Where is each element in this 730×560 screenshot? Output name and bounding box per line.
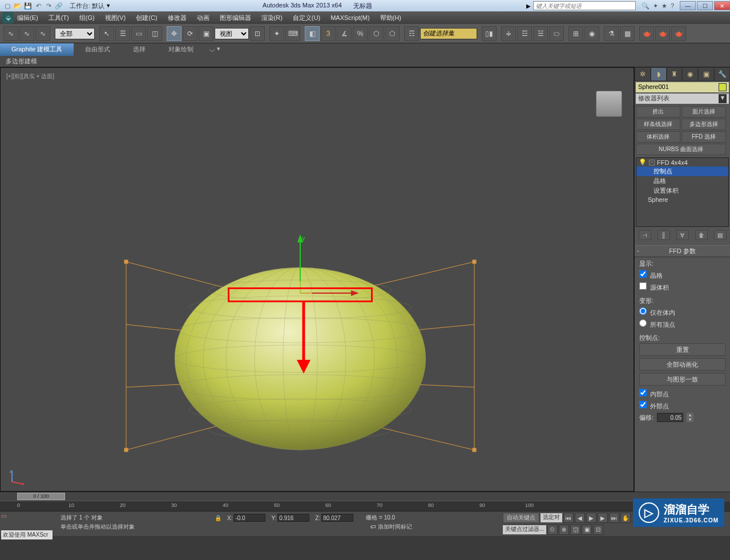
y-coord[interactable] xyxy=(277,514,309,522)
stack-control-points[interactable]: 控制点 xyxy=(636,167,728,176)
render-iter-icon[interactable]: 🫖 xyxy=(655,26,670,41)
nav-max-icon[interactable]: ◲ xyxy=(570,525,580,535)
rotate-icon[interactable]: ⟳ xyxy=(183,26,197,41)
menu-modifiers[interactable]: 修改器 xyxy=(168,14,187,22)
auto-key-button[interactable]: 自动关键点 xyxy=(503,513,539,523)
bind-tool-icon[interactable]: ∿ xyxy=(35,26,50,41)
add-time-tag[interactable]: 添加时间标记 xyxy=(378,524,412,530)
save-icon[interactable]: 💾 xyxy=(24,2,32,10)
play-icon[interactable]: ▶ xyxy=(586,513,596,523)
menu-graph[interactable]: 图形编辑器 xyxy=(220,14,251,22)
mod-btn-patchsel[interactable]: 面片选择 xyxy=(681,106,726,117)
close-button[interactable]: ✕ xyxy=(714,1,730,10)
ribbon-sub-poly[interactable]: 多边形建模 xyxy=(0,56,730,67)
snap-edge-icon[interactable]: ⬠ xyxy=(385,26,400,41)
time-tag-icon[interactable]: 🏷 xyxy=(370,524,376,530)
x-coord[interactable] xyxy=(233,514,265,522)
mod-btn-extrude[interactable]: 挤出 xyxy=(636,106,680,117)
configure-icon[interactable]: ▤ xyxy=(714,230,727,240)
key-icon[interactable]: ✦ xyxy=(653,2,658,10)
animate-all-button[interactable]: 全部动画化 xyxy=(639,358,725,371)
maxscript-mini-icon[interactable]: ▭ xyxy=(1,513,6,519)
spinner-arrows-icon[interactable]: ▲▼ xyxy=(687,413,693,422)
workspace-dd-icon[interactable]: ▼ xyxy=(106,3,111,9)
select-icon[interactable]: ↖ xyxy=(99,26,114,41)
object-name-field[interactable]: Sphere001 xyxy=(636,82,729,92)
lock-icon[interactable]: 🔒 xyxy=(215,515,221,521)
bulb-icon[interactable]: 💡 xyxy=(639,159,647,166)
render-setup-icon[interactable]: ⚗ xyxy=(604,26,619,41)
next-frame-icon[interactable]: ▶ xyxy=(598,513,608,523)
link-icon[interactable]: 🔗 xyxy=(55,2,63,10)
unlink-tool-icon[interactable]: ∿ xyxy=(19,26,34,41)
key-filter-dd[interactable]: 关键点过滤器... xyxy=(503,525,546,534)
nav-region-icon[interactable]: ▣ xyxy=(582,525,592,535)
modifier-list-dd[interactable]: 修改器列表 ▼ xyxy=(636,94,729,104)
time-slider-thumb[interactable]: 0 / 100 xyxy=(17,493,65,500)
z-coord[interactable] xyxy=(321,514,353,522)
modifier-stack[interactable]: 💡−FFD 4x4x4 控制点 晶格 设置体积 Sphere xyxy=(636,157,729,227)
selected-dd[interactable]: 选定对 xyxy=(541,513,562,522)
menu-maxscript[interactable]: MAXScript(M) xyxy=(330,14,369,21)
snap-spinner-icon[interactable]: ⬡ xyxy=(369,26,384,41)
manip-icon[interactable]: ✦ xyxy=(269,26,284,41)
cmd-tab-display-icon[interactable]: ▣ xyxy=(698,67,714,81)
expand-icon[interactable]: − xyxy=(649,160,655,165)
ribbon-tab-freeform[interactable]: 自由形式 xyxy=(74,43,122,56)
stack-lattice[interactable]: 晶格 xyxy=(636,176,728,186)
stack-sphere[interactable]: Sphere xyxy=(636,196,728,204)
inside-checkbox[interactable]: 内部点 xyxy=(639,389,725,399)
layers-icon[interactable]: ☲ xyxy=(517,26,532,41)
app-icon[interactable]: ⬙ xyxy=(2,12,14,23)
cmd-tab-utilities-icon[interactable]: 🔧 xyxy=(714,67,730,81)
rollout-ffd-params[interactable]: -FFD 参数 xyxy=(635,245,730,257)
time-config-icon[interactable]: ⏲ xyxy=(547,525,558,535)
reset-button[interactable]: 重置 xyxy=(639,343,725,356)
menu-edit[interactable]: 编辑(E) xyxy=(17,14,38,22)
time-slider[interactable]: 0 / 100 xyxy=(0,492,730,501)
remove-mod-icon[interactable]: 🗑 xyxy=(695,230,708,240)
track-bar[interactable]: 0 10 20 30 40 50 60 70 80 90 100 xyxy=(0,501,730,511)
star-icon[interactable]: ★ xyxy=(662,2,667,10)
ribbon-expand-icon[interactable]: ◡ ▾ xyxy=(205,43,225,56)
material-ed-icon[interactable]: ◉ xyxy=(584,26,599,41)
mod-btn-volsel[interactable]: 体积选择 xyxy=(636,131,680,143)
mod-btn-splinesel[interactable]: 样条线选择 xyxy=(636,119,680,130)
cmd-tab-create-icon[interactable]: ✲ xyxy=(635,67,651,81)
goto-end-icon[interactable]: ⏭ xyxy=(609,513,619,523)
nav-orbit-icon[interactable]: ⊕ xyxy=(559,525,569,535)
lattice-checkbox[interactable]: 晶格 xyxy=(639,270,725,280)
unique-icon[interactable]: ∀ xyxy=(676,230,689,240)
snap-3-icon[interactable]: 3 xyxy=(321,26,336,41)
menu-render[interactable]: 渲染(R) xyxy=(261,14,283,22)
menu-group[interactable]: 组(G) xyxy=(79,14,95,22)
snap-2d-icon[interactable]: ◧ xyxy=(305,26,320,41)
source-volume-checkbox[interactable]: 源体积 xyxy=(639,282,725,292)
link-tool-icon[interactable]: ∿ xyxy=(3,26,18,41)
cmd-tab-hierarchy-icon[interactable]: ♜ xyxy=(667,67,683,81)
minimize-button[interactable]: — xyxy=(680,1,696,10)
named-sel-icon[interactable]: ☶ xyxy=(404,26,419,41)
mirror-icon[interactable]: ▯▮ xyxy=(482,26,497,41)
pin-stack-icon[interactable]: ⊣ xyxy=(639,230,651,240)
outside-checkbox[interactable]: 外部点 xyxy=(639,401,725,411)
undo-icon[interactable]: ↶ xyxy=(34,2,42,10)
snap-angle-icon[interactable]: ∡ xyxy=(337,26,352,41)
ref-coord-dd[interactable]: 视图 xyxy=(215,28,249,39)
help-icon[interactable]: ? xyxy=(671,2,674,10)
render-prod-icon[interactable]: 🫖 xyxy=(639,26,654,41)
viewport-label[interactable]: [+][前][真实 + 边面] xyxy=(6,72,54,80)
menu-create[interactable]: 创建(C) xyxy=(136,14,157,22)
binoculars-icon[interactable]: 🔍 xyxy=(642,2,650,10)
curve-ed-icon[interactable]: ⬭ xyxy=(549,26,564,41)
ribbon-tab-graphite[interactable]: Graphite 建模工具 xyxy=(0,43,74,56)
selection-filter-dd[interactable]: 全部 xyxy=(55,28,95,39)
ribbon-tab-paint[interactable]: 对象绘制 xyxy=(157,43,205,56)
viewport-front[interactable]: [+][前][真实 + 边面] xyxy=(0,67,634,492)
move-icon[interactable]: ✥ xyxy=(167,26,182,41)
select-window-icon[interactable]: ◫ xyxy=(147,26,162,41)
redo-icon[interactable]: ↷ xyxy=(45,2,53,10)
menu-tools[interactable]: 工具(T) xyxy=(49,14,69,22)
menu-views[interactable]: 视图(V) xyxy=(105,14,126,22)
object-color-swatch[interactable] xyxy=(719,83,727,91)
